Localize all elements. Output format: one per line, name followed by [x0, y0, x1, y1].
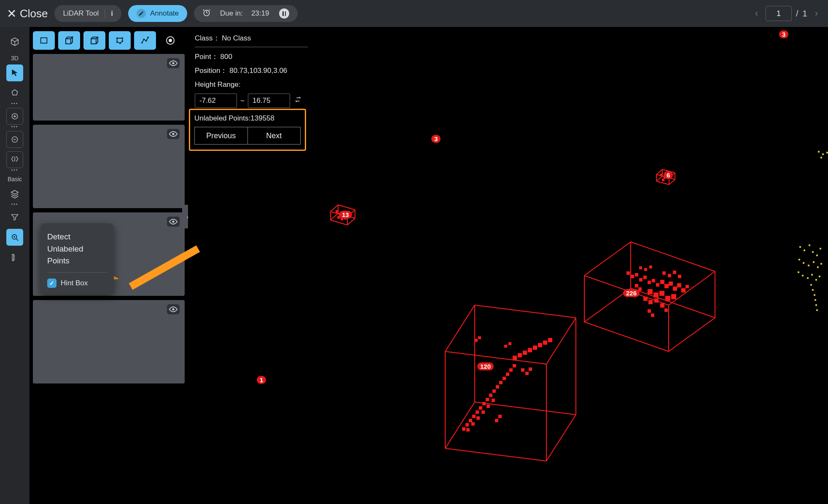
svg-line-90 [584, 242, 631, 276]
svg-rect-114 [671, 294, 676, 299]
svg-rect-36 [815, 279, 817, 281]
svg-rect-161 [466, 428, 470, 432]
svg-rect-28 [808, 265, 809, 266]
badge-1: 1 [257, 376, 266, 384]
polyline-tool[interactable] [134, 31, 156, 50]
svg-rect-46 [826, 152, 828, 153]
svg-rect-30 [817, 266, 819, 268]
svg-rect-21 [804, 249, 805, 251]
svg-rect-147 [469, 419, 472, 422]
visibility-toggle-1[interactable] [167, 58, 180, 68]
remove-target-tool[interactable] [6, 131, 23, 148]
next-button[interactable]: Next [247, 127, 301, 145]
svg-line-88 [669, 271, 715, 305]
layers-tool[interactable] [6, 185, 23, 202]
pager-sep: / [796, 9, 798, 19]
polygon-shape-tool[interactable] [109, 31, 131, 50]
visibility-toggle-2[interactable] [167, 129, 180, 139]
due-time: 23:19 [251, 9, 269, 18]
svg-rect-164 [481, 410, 485, 414]
hint-box-label: Hint Box [61, 279, 88, 287]
svg-rect-145 [462, 427, 465, 431]
info-icon[interactable]: i [111, 9, 113, 18]
swap-range-button[interactable] [294, 94, 302, 108]
brain-tool[interactable] [6, 151, 23, 168]
svg-rect-41 [815, 299, 816, 301]
svg-point-18 [172, 221, 175, 223]
svg-rect-168 [525, 372, 529, 375]
unlabeled-points-label: Unlabeled Points:139558 [194, 114, 301, 123]
svg-rect-127 [639, 266, 642, 269]
polygon-tool[interactable] [6, 85, 23, 102]
top-bar: ✕ Close LiDAR Tool i Annotate Due in: 23… [0, 0, 828, 27]
svg-rect-117 [654, 298, 659, 303]
rail-label-basic: Basic [8, 176, 22, 182]
rail-more-3[interactable]: ••• [11, 168, 19, 172]
svg-rect-167 [521, 368, 524, 372]
svg-rect-166 [492, 399, 495, 402]
thumbnail-2[interactable] [33, 125, 185, 208]
rect-2d-tool[interactable] [33, 31, 55, 50]
pill-divider [105, 9, 105, 18]
svg-line-67 [656, 181, 669, 185]
add-target-tool[interactable] [6, 108, 23, 125]
svg-rect-25 [820, 248, 821, 249]
svg-line-55 [331, 205, 338, 212]
svg-rect-37 [819, 276, 820, 277]
tool-name-pill[interactable]: LiDAR Tool i [54, 5, 121, 22]
svg-point-17 [172, 133, 175, 135]
rail-more-1[interactable]: ••• [11, 101, 19, 106]
svg-point-13 [148, 37, 149, 38]
pointer-tool[interactable] [6, 64, 23, 81]
visibility-toggle-4[interactable] [167, 304, 180, 314]
record-tool[interactable] [159, 31, 181, 50]
svg-rect-33 [802, 275, 804, 276]
svg-rect-155 [496, 385, 499, 389]
svg-point-5 [116, 38, 118, 39]
visibility-toggle-3[interactable] [167, 217, 180, 227]
svg-point-19 [172, 308, 175, 311]
svg-rect-113 [665, 296, 670, 301]
pause-button[interactable] [279, 8, 289, 19]
point-cloud-canvas[interactable]: Class： No Class Point： 800 Position： 80.… [188, 27, 828, 504]
close-icon: ✕ [7, 7, 16, 21]
svg-rect-27 [803, 262, 804, 264]
cube-3d-tool[interactable] [58, 31, 80, 50]
svg-line-68 [669, 180, 675, 185]
tooltip-divider [47, 272, 107, 273]
info-divider [195, 47, 308, 47]
annotate-button[interactable]: Annotate [128, 5, 187, 22]
rail-more-4[interactable]: ••• [11, 202, 19, 206]
filter-tool[interactable] [6, 209, 23, 225]
svg-rect-148 [472, 415, 476, 418]
svg-rect-40 [814, 294, 815, 296]
detect-unlabeled-tool[interactable] [6, 229, 23, 246]
svg-rect-47 [820, 157, 822, 158]
rail-more-2[interactable]: ••• [11, 124, 19, 129]
height-max-input[interactable] [248, 94, 290, 108]
cube-outline-icon[interactable] [6, 33, 23, 50]
svg-line-54 [338, 205, 355, 210]
cube-solid-tool[interactable] [83, 31, 105, 50]
svg-rect-22 [809, 244, 810, 246]
svg-rect-160 [513, 364, 516, 367]
svg-rect-43 [816, 309, 818, 311]
ruler-tool[interactable] [6, 249, 23, 266]
height-min-input[interactable] [195, 94, 237, 108]
point-label: Point： [195, 53, 218, 61]
hint-box-option[interactable]: ✓ Hint Box [47, 279, 107, 288]
detect-unlabeled-tooltip: Detect Unlabeled Points ✓ Hint Box [40, 223, 114, 295]
svg-rect-29 [813, 261, 815, 263]
thumbnail-1[interactable] [33, 54, 185, 121]
svg-rect-98 [639, 278, 643, 281]
thumbnail-4[interactable] [33, 300, 185, 383]
frame-input[interactable] [766, 6, 792, 21]
svg-point-10 [141, 42, 143, 44]
close-button[interactable]: ✕ Close [7, 7, 48, 21]
svg-rect-108 [681, 288, 686, 292]
hint-box-checkbox[interactable]: ✓ [47, 279, 56, 288]
prev-frame-button[interactable]: ‹ [752, 6, 761, 21]
next-frame-button[interactable]: › [812, 6, 821, 21]
svg-rect-100 [648, 281, 651, 284]
previous-button[interactable]: Previous [194, 127, 247, 145]
